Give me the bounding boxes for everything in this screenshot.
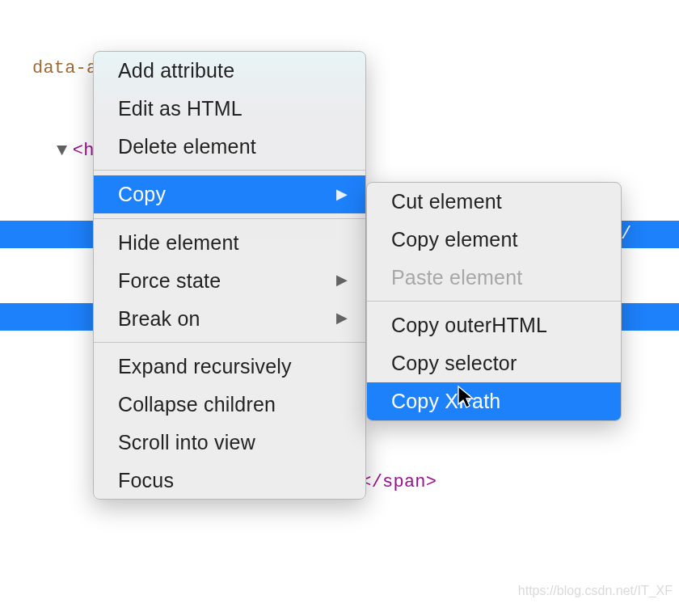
ctx-label: Cut element: [391, 186, 502, 217]
angle-close: >: [426, 472, 436, 492]
submenu-arrow-icon: [336, 307, 348, 330]
ctx-label: Paste element: [391, 262, 522, 293]
submenu-arrow-icon: [336, 269, 348, 292]
ctx-break-on[interactable]: Break on: [94, 300, 365, 338]
ctx-expand-recursively[interactable]: Expand recursively: [94, 348, 365, 386]
ctx-label: Hide element: [118, 227, 239, 259]
blank-line: [0, 551, 679, 579]
sub-copy-outerhtml[interactable]: Copy outerHTML: [367, 306, 621, 344]
ctx-label: Focus: [118, 465, 174, 496]
submenu-arrow-icon: [336, 184, 348, 206]
context-menu[interactable]: Add attribute Edit as HTML Delete elemen…: [93, 51, 366, 500]
ctx-label: Copy selector: [391, 348, 517, 379]
separator: [94, 218, 365, 219]
sub-copy-xpath[interactable]: Copy XPath: [367, 382, 621, 420]
ctx-force-state[interactable]: Force state: [94, 262, 365, 300]
ctx-label: Break on: [118, 303, 200, 335]
ctx-add-attribute[interactable]: Add attribute: [94, 52, 365, 90]
ctx-label: Add attribute: [118, 55, 234, 86]
ctx-edit-as-html[interactable]: Edit as HTML: [94, 90, 365, 128]
ctx-label: Copy outerHTML: [391, 310, 547, 341]
ctx-label: Copy element: [391, 224, 518, 255]
ctx-label: Edit as HTML: [118, 93, 242, 124]
ctx-label: Force state: [118, 265, 221, 297]
ctx-label: Copy XPath: [391, 386, 500, 417]
separator: [367, 301, 621, 302]
ctx-label: Delete element: [118, 131, 256, 162]
sub-copy-element[interactable]: Copy element: [367, 221, 621, 259]
sub-copy-selector[interactable]: Copy selector: [367, 344, 621, 382]
ctx-copy[interactable]: Copy: [94, 175, 365, 213]
ctx-label: Collapse children: [118, 389, 276, 420]
ctx-label: Scroll into view: [118, 427, 255, 458]
ctx-label: Expand recursively: [118, 351, 292, 382]
separator: [94, 342, 365, 343]
sub-paste-element: Paste element: [367, 259, 621, 297]
ctx-delete-element[interactable]: Delete element: [94, 128, 365, 166]
context-submenu-copy[interactable]: Cut element Copy element Paste element C…: [366, 182, 622, 421]
ctx-scroll-into-view[interactable]: Scroll into view: [94, 424, 365, 462]
watermark: https://blog.csdn.net/IT_XF: [518, 581, 673, 601]
ctx-collapse-children[interactable]: Collapse children: [94, 386, 365, 424]
collapse-triangle-icon[interactable]: ▼: [57, 137, 73, 165]
angle-open: <: [73, 141, 83, 161]
ctx-label: Copy: [118, 179, 166, 210]
ctx-focus[interactable]: Focus: [94, 462, 365, 500]
tag-name: span: [382, 472, 426, 492]
ctx-hide-element[interactable]: Hide element: [94, 224, 365, 262]
separator: [94, 170, 365, 171]
sub-cut-element[interactable]: Cut element: [367, 183, 621, 221]
